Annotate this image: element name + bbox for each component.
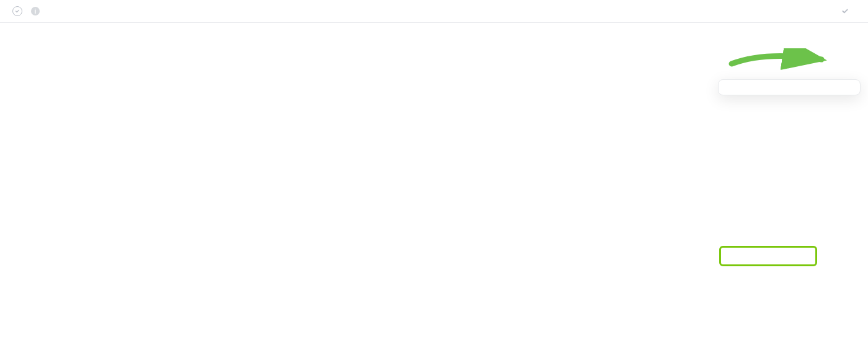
- annotation-highlight: [719, 246, 817, 266]
- task-context-menu: [718, 79, 861, 95]
- check-icon: [841, 7, 849, 15]
- show-closed-toggle[interactable]: [841, 7, 852, 15]
- annotation-arrow: [728, 48, 834, 76]
- page-header: i: [0, 0, 868, 23]
- list-status-icon: [12, 6, 22, 16]
- info-icon[interactable]: i: [31, 7, 40, 15]
